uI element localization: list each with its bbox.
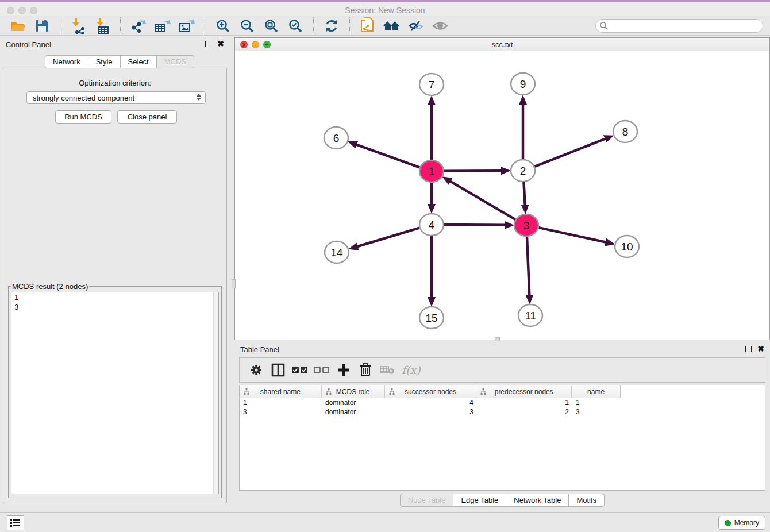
tab-mcds[interactable]: MCDS — [157, 55, 194, 68]
import-table-icon[interactable] — [93, 17, 112, 34]
task-history-button[interactable] — [7, 515, 24, 530]
tab-motifs[interactable]: Motifs — [569, 494, 605, 507]
table-cell[interactable]: 3 — [572, 407, 621, 417]
close-panel-button[interactable]: Close panel — [117, 110, 177, 124]
graph-edge-1-2[interactable] — [444, 171, 502, 171]
graph-edge-4-14[interactable] — [357, 228, 419, 247]
graph-node-2[interactable]: 2 — [511, 160, 535, 182]
graph-node-9[interactable]: 9 — [511, 73, 535, 95]
zoom-in-icon[interactable] — [213, 17, 233, 34]
column-header-MCDS-role[interactable]: MCDS role — [322, 385, 385, 398]
graph-edge-2-8[interactable] — [535, 138, 606, 166]
graph-edge-4-3[interactable] — [444, 225, 505, 225]
add-column-icon[interactable] — [334, 361, 353, 379]
optimization-criterion-select[interactable]: strongly connected component — [26, 91, 206, 104]
list-icon — [10, 518, 21, 527]
tab-node-table[interactable]: Node Table — [400, 494, 454, 507]
tab-style[interactable]: Style — [88, 55, 121, 68]
mcds-result-textarea[interactable]: 13 — [11, 292, 219, 494]
graph-node-label: 15 — [425, 312, 437, 324]
node-table[interactable]: shared nameMCDS rolesuccessor nodesprede… — [239, 385, 765, 491]
network-graph[interactable]: 7968124314101511 — [235, 51, 769, 340]
graph-edge-3-10[interactable] — [539, 228, 606, 242]
table-panel: Table Panel ✖ f(x) shared nameMCDS roles… — [234, 342, 770, 510]
graph-node-11[interactable]: 11 — [518, 304, 542, 326]
graph-node-4[interactable]: 4 — [419, 214, 444, 236]
graph-node-1[interactable]: 1 — [419, 160, 444, 182]
export-image-icon[interactable] — [177, 17, 197, 34]
memory-button[interactable]: Memory — [718, 516, 765, 530]
zoom-out-icon[interactable] — [237, 17, 257, 34]
refresh-icon[interactable] — [322, 17, 341, 34]
column-header-name[interactable]: name — [572, 385, 620, 398]
tab-edge-table[interactable]: Edge Table — [453, 494, 506, 507]
zoom-fit-icon[interactable] — [261, 17, 281, 34]
status-bar: Memory — [0, 512, 770, 532]
tab-network-table[interactable]: Network Table — [506, 494, 569, 507]
graph-edge-3-1[interactable] — [450, 181, 515, 219]
open-session-icon[interactable] — [8, 17, 28, 34]
column-header-shared-name[interactable]: shared name — [240, 385, 322, 398]
table-settings-gear-icon[interactable] — [247, 361, 266, 379]
table-cell[interactable]: 4 — [385, 398, 477, 407]
control-panel-title: Control Panel — [6, 40, 51, 49]
control-panel: Control Panel ✖ NetworkStyleSelectMCDS O… — [0, 37, 230, 506]
split-divider-grip[interactable] — [232, 279, 236, 288]
float-panel-icon[interactable] — [205, 41, 211, 47]
close-panel-icon[interactable]: ✖ — [217, 40, 224, 48]
graph-edge-1-6[interactable] — [356, 145, 419, 168]
graph-node-15[interactable]: 15 — [419, 307, 444, 329]
toolbar-separator — [205, 17, 205, 34]
select-all-icon[interactable] — [290, 361, 310, 379]
graph-node-3[interactable]: 3 — [514, 214, 538, 236]
table-cell[interactable]: 1 — [477, 398, 572, 407]
delete-column-trash-icon[interactable] — [356, 361, 375, 379]
table-cell[interactable]: 3 — [240, 407, 322, 417]
graph-node-10[interactable]: 10 — [615, 236, 639, 257]
import-network-icon[interactable] — [68, 17, 88, 34]
mcds-result-title: MCDS result (2 nodes) — [11, 282, 89, 291]
table-row[interactable]: 3dominator323 — [240, 407, 765, 417]
window-title: Session: New Session — [0, 6, 770, 15]
search-input[interactable] — [609, 21, 763, 31]
table-cell[interactable]: 3 — [385, 407, 477, 417]
clone-network-icon[interactable] — [358, 17, 378, 34]
export-network-icon[interactable] — [129, 17, 148, 34]
table-cell[interactable]: 2 — [477, 407, 572, 417]
graph-node-14[interactable]: 14 — [325, 241, 349, 263]
column-header-successor-nodes[interactable]: successor nodes — [385, 385, 477, 398]
graph-edge-3-11[interactable] — [527, 237, 529, 295]
zoom-selected-icon[interactable] — [286, 17, 305, 34]
graph-edge-2-3[interactable] — [523, 182, 525, 205]
result-scrollbar[interactable] — [213, 292, 218, 494]
show-columns-icon[interactable] — [268, 361, 288, 379]
graph-node-label: 4 — [429, 219, 435, 231]
table-cell[interactable]: 1 — [240, 398, 322, 407]
graph-node-label: 1 — [429, 165, 435, 178]
deselect-all-icon[interactable] — [312, 361, 332, 379]
graph-node-8[interactable]: 8 — [613, 121, 637, 142]
graph-node-label: 6 — [333, 132, 340, 144]
float-panel-icon[interactable] — [745, 346, 752, 352]
toolbar-separator — [60, 17, 60, 34]
table-header-row: shared nameMCDS rolesuccessor nodesprede… — [240, 385, 621, 398]
eye-icon[interactable] — [430, 17, 450, 34]
column-header-predecessor-nodes[interactable]: predecessor nodes — [476, 385, 572, 398]
table-cell[interactable]: dominator — [322, 407, 385, 417]
tab-select[interactable]: Select — [121, 55, 157, 68]
graph-node-6[interactable]: 6 — [324, 127, 348, 149]
hide-glasses-icon[interactable] — [406, 17, 426, 34]
table-cell[interactable]: dominator — [322, 398, 385, 407]
export-table-icon[interactable] — [153, 17, 172, 34]
run-mcds-button[interactable]: Run MCDS — [55, 110, 111, 124]
split-divider-grip[interactable] — [495, 337, 500, 341]
graph-node-7[interactable]: 7 — [419, 74, 444, 95]
tab-network[interactable]: Network — [45, 55, 88, 68]
network-window-titlebar[interactable]: x - + scc.txt — [235, 38, 769, 51]
search-field[interactable] — [595, 19, 763, 33]
table-cell[interactable]: 1 — [572, 398, 621, 407]
close-panel-icon[interactable]: ✖ — [757, 345, 764, 353]
table-row[interactable]: 1dominator411 — [240, 398, 765, 407]
home-icon[interactable] — [382, 17, 402, 34]
save-session-icon[interactable] — [32, 17, 52, 34]
